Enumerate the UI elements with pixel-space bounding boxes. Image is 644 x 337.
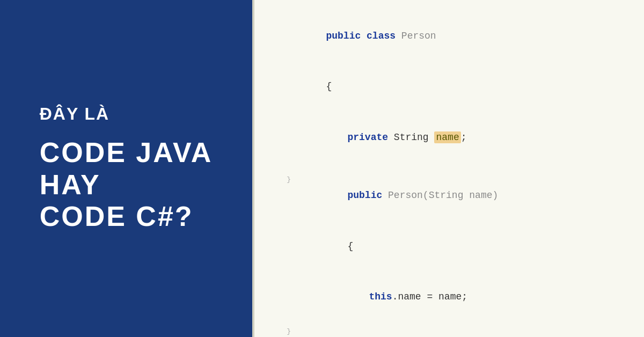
code-text-3: private String name; <box>301 112 467 163</box>
code-line-3: private String name; <box>254 112 644 163</box>
right-panel: public class Person { private String nam… <box>252 0 644 337</box>
code-line-5: } public Person(String name) <box>254 171 644 222</box>
left-content: ĐÂY LÀ CODE JAVA HAY CODE C#? <box>40 104 213 233</box>
main-title-line3: CODE C#? <box>40 201 213 233</box>
gutter-5: } <box>276 173 295 186</box>
code-line-1: public class Person <box>254 11 644 62</box>
code-line-8: } } <box>254 323 644 337</box>
code-line-2: { <box>254 62 644 113</box>
code-text-7: this.name = name; <box>323 272 467 323</box>
code-text-1: public class Person <box>280 11 436 62</box>
code-text-5: public Person(String name) <box>301 171 498 222</box>
code-text-6: { <box>301 221 353 272</box>
subtitle: ĐÂY LÀ <box>40 104 213 124</box>
code-line-7: this.name = name; <box>254 272 644 323</box>
main-title: CODE JAVA HAY CODE C#? <box>40 137 213 233</box>
main-title-line1: CODE JAVA <box>40 137 213 169</box>
code-text-2: { <box>280 62 332 113</box>
main-title-line2: HAY <box>40 169 213 201</box>
code-block: public class Person { private String nam… <box>254 0 644 337</box>
code-text-8: } <box>301 323 353 337</box>
left-panel: ĐÂY LÀ CODE JAVA HAY CODE C#? <box>0 0 252 337</box>
code-line-blank1 <box>254 163 644 171</box>
code-line-6: { <box>254 221 644 272</box>
gutter-8: } <box>276 325 295 337</box>
